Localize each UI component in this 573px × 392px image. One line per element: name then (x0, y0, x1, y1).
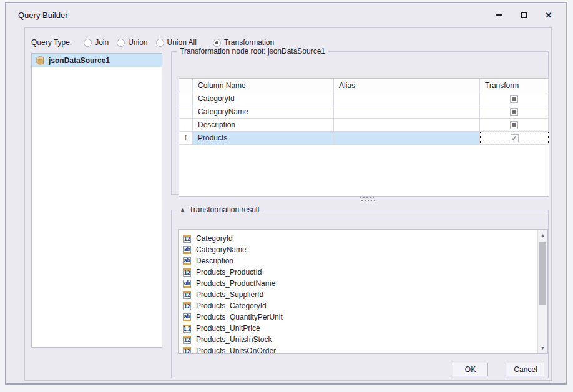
scrollbar-thumb[interactable] (539, 242, 546, 305)
field-item[interactable]: ab Products_QuantityPerUnit (183, 311, 547, 323)
alias-cell[interactable] (334, 119, 480, 131)
maximize-button[interactable] (515, 8, 532, 22)
radio-union[interactable]: Union (117, 38, 147, 47)
scroll-up-icon[interactable]: ▲ (538, 230, 547, 240)
row-indicator (179, 105, 193, 118)
close-button[interactable]: ✕ (540, 8, 557, 22)
column-name-cell: CategoryName (193, 105, 334, 118)
transform-grid: Column Name Alias Transform CategoryId C… (179, 78, 549, 197)
column-name-cell: Products (193, 132, 334, 144)
transform-cell (480, 105, 549, 118)
alias-cell[interactable] (334, 105, 480, 118)
list-scrollbar[interactable]: ▲ ▼ (537, 230, 547, 353)
radio-transformation[interactable]: Transformation (213, 38, 274, 47)
field-item[interactable]: 12 Products_SupplierId (183, 289, 547, 300)
field-item[interactable]: ab CategoryName (183, 244, 547, 255)
collapse-arrow-icon[interactable]: ▲ (180, 207, 185, 213)
radio-union-all-label: Union All (167, 38, 197, 47)
int-field-icon: 12 (183, 302, 191, 310)
result-field-list: 12 CategoryId ab CategoryName ab Descrip… (178, 229, 548, 354)
field-item[interactable]: 12 CategoryId (183, 233, 547, 244)
ok-button[interactable]: OK (453, 363, 488, 376)
panel-splitter[interactable] (171, 195, 549, 204)
radio-join-label: Join (95, 38, 109, 47)
check-icon: ✓ (511, 135, 517, 142)
transform-checkbox-indeterminate[interactable] (510, 108, 518, 116)
window-controls: ✕ (490, 8, 557, 22)
alias-cell[interactable] (334, 92, 480, 105)
int-field-icon: 12 (183, 347, 191, 355)
row-indicator (179, 119, 193, 131)
transformation-result-group: ▲ Transformation result 12 CategoryId ab… (171, 205, 549, 378)
tree-item-jsondatasource1[interactable]: jsonDataSource1 (32, 54, 162, 67)
radio-union-label: Union (128, 38, 147, 47)
row-edit-icon: I (184, 134, 187, 142)
column-name-cell: Description (193, 119, 334, 131)
page-title: Query Builder (18, 11, 67, 20)
radio-circle-icon (117, 39, 125, 47)
string-field-icon: ab (183, 257, 191, 265)
minimize-button[interactable] (490, 8, 507, 22)
transformation-node-group: Transformation node root: jsonDataSource… (171, 47, 549, 195)
radio-union-all[interactable]: Union All (156, 38, 197, 47)
transform-cell (480, 92, 549, 105)
field-item[interactable]: ab Products_ProductName (183, 278, 547, 289)
scroll-down-icon[interactable]: ▼ (538, 343, 547, 353)
grid-header-row: Column Name Alias Transform (179, 79, 549, 92)
grid-header-indicator (179, 79, 193, 92)
radio-transformation-label: Transformation (224, 38, 274, 47)
transformation-result-group-title: ▲ Transformation result (177, 205, 263, 214)
int-field-icon: 12 (183, 291, 191, 299)
splitter-grip-icon (360, 197, 361, 198)
close-icon: ✕ (546, 11, 552, 19)
query-type-label: Query Type: (31, 38, 72, 47)
grid-header-alias[interactable]: Alias (334, 79, 480, 92)
tree-item-label: jsonDataSource1 (49, 56, 110, 65)
radio-circle-selected-icon (213, 39, 221, 47)
radio-circle-icon (156, 39, 164, 47)
field-item[interactable]: 12 Products_ProductId (183, 267, 547, 278)
grid-row-products-selected[interactable]: I Products ✓ (179, 132, 549, 145)
query-builder-window: Query Builder ✕ Query Type: Join Union U… (5, 2, 567, 385)
field-item-clipped[interactable]: 12 Products_UnitsOnOrder (183, 345, 547, 354)
string-field-icon: ab (183, 246, 191, 254)
int-field-icon: 12 (183, 336, 191, 344)
transform-cell-focused: ✓ (480, 132, 549, 144)
maximize-icon (521, 12, 527, 18)
radio-circle-icon (84, 39, 92, 47)
decimal-field-icon: 1,2 (183, 325, 191, 333)
datasource-tree: jsonDataSource1 (31, 53, 162, 348)
database-icon (36, 56, 44, 65)
transform-cell (480, 119, 549, 131)
result-field-list-items: 12 CategoryId ab CategoryName ab Descrip… (179, 230, 547, 354)
titlebar: Query Builder ✕ (6, 3, 566, 27)
grid-header-transform[interactable]: Transform (480, 79, 549, 92)
cancel-button[interactable]: Cancel (507, 363, 544, 376)
minimize-icon (496, 14, 502, 16)
transform-checkbox-checked[interactable]: ✓ (511, 134, 519, 142)
grid-header-column-name[interactable]: Column Name (193, 79, 334, 92)
grid-row-description[interactable]: Description (179, 119, 549, 132)
field-item[interactable]: 1,2 Products_UnitPrice (183, 323, 547, 334)
alias-cell[interactable] (334, 132, 480, 144)
transform-checkbox-indeterminate[interactable] (510, 121, 518, 129)
field-item[interactable]: 12 Products_CategoryId (183, 300, 547, 311)
field-item[interactable]: ab Description (183, 255, 547, 267)
field-item[interactable]: 12 Products_UnitsInStock (183, 334, 547, 345)
row-edit-indicator: I (179, 132, 193, 144)
int-field-icon: 12 (183, 268, 191, 277)
dialog-content-panel: Query Type: Join Union Union All Transfo… (24, 27, 552, 381)
radio-join[interactable]: Join (84, 38, 109, 47)
transform-checkbox-indeterminate[interactable] (510, 95, 518, 103)
string-field-icon: ab (183, 280, 191, 288)
string-field-icon: ab (183, 313, 191, 321)
transformation-node-group-title: Transformation node root: jsonDataSource… (177, 47, 328, 56)
grid-row-categoryname[interactable]: CategoryName (179, 105, 549, 119)
grid-row-categoryid[interactable]: CategoryId (179, 92, 549, 105)
column-name-cell: CategoryId (193, 92, 334, 105)
int-field-icon: 12 (183, 235, 191, 243)
row-indicator (179, 92, 193, 105)
